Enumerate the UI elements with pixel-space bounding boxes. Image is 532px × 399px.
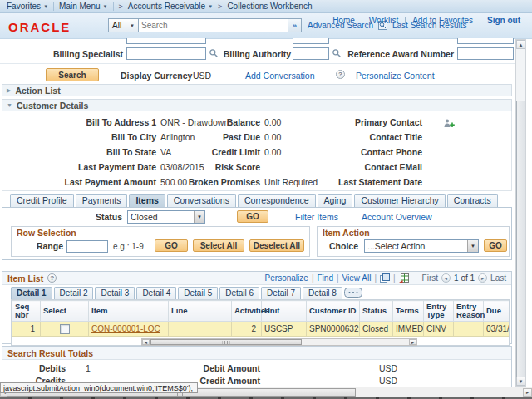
page-vertical-scrollbar[interactable]: ▲ ▼ [515,39,526,387]
field-value: 0.00 [264,132,281,142]
download-spreadsheet-icon[interactable] [399,273,409,283]
scroll-down-icon[interactable]: ▼ [516,377,525,386]
clipped-input[interactable] [293,38,329,44]
scrollbar-thumb[interactable] [516,101,525,377]
filter-items-link[interactable]: Filter Items [295,212,338,222]
detail-tab-1[interactable]: Detail 1 [11,287,52,299]
help-icon[interactable]: ? [47,273,57,283]
billing-specialist-input[interactable] [126,47,206,60]
col-header-entry-reason[interactable]: Entry Reason [454,301,484,322]
col-header-terms[interactable]: Terms [393,301,424,322]
show-all-columns-icon[interactable] [344,288,362,298]
breadcrumb-main-menu[interactable]: Main Menu ▼ [59,2,107,11]
tab-credit-profile[interactable]: Credit Profile [10,194,74,207]
action-list-section[interactable]: ▶ Action List [2,84,512,96]
status-go-button[interactable]: GO [237,210,268,223]
sign-out-link[interactable]: Sign out [487,16,520,25]
scroll-up-icon[interactable]: ▲ [516,40,525,49]
col-header-due[interactable]: Due [484,301,510,322]
oracle-logo: ORACLE [8,20,71,34]
add-to-favorites-link[interactable]: Add to Favorites [412,16,473,25]
col-header-item[interactable]: Item [89,301,169,322]
previous-row-icon[interactable]: ◄ [441,273,451,283]
detail-tab-6[interactable]: Detail 6 [219,287,259,299]
personalize-content-link[interactable]: Personalize Content [356,71,435,81]
grid-horizontal-scrollbar[interactable]: ◄ ► [141,338,417,346]
breadcrumb-accounts-receivable[interactable]: Accounts Receivable ▼ [128,2,213,11]
cell-line [169,322,232,337]
col-header-activities[interactable]: Activities [232,301,262,322]
account-overview-link[interactable]: Account Overview [362,212,432,222]
col-header-customer-id[interactable]: Customer ID [307,301,360,322]
col-header-line[interactable]: Line [169,301,232,322]
breadcrumb-chevron-icon: > [119,2,123,11]
primary-contact-icon[interactable] [443,118,455,129]
detail-tab-2[interactable]: Detail 2 [54,287,94,299]
col-header-status[interactable]: Status [360,301,393,322]
select-all-button[interactable]: Select All [193,239,244,252]
tab-correspondence[interactable]: Correspondence [238,194,316,207]
reference-award-input[interactable] [457,47,514,60]
range-go-button[interactable]: GO [155,239,188,252]
col-header-entry-type[interactable]: Entry Type [424,301,454,322]
detail-tab-8[interactable]: Detail 8 [303,287,342,299]
billing-authority-input[interactable] [293,47,329,60]
search-input[interactable] [139,18,288,32]
clipped-input[interactable] [126,38,206,44]
item-action-select[interactable]: ...Select Action ▼ [364,239,479,253]
help-icon[interactable]: ? [336,70,345,79]
clipped-input[interactable] [457,38,514,44]
item-action-groupbox: Item Action Choice ...Select Action ▼ GO [317,226,510,257]
scroll-right-icon[interactable]: ► [409,339,416,345]
zoom-grid-icon[interactable] [380,273,390,283]
home-link[interactable]: Home [332,16,355,25]
detail-tab-5[interactable]: Detail 5 [178,287,218,299]
range-input[interactable] [66,240,108,253]
search-go-button[interactable]: » [288,18,302,32]
detail-tab-4[interactable]: Detail 4 [136,287,176,299]
tab-customer-hierarchy[interactable]: Customer Hierarchy [354,194,445,207]
item-action-go-button[interactable]: GO [484,239,507,252]
customer-details-grid: Bill To Address 1 ONR - Drawdown Balance… [2,111,512,191]
tab-payments[interactable]: Payments [76,194,128,207]
customer-details-section[interactable]: ▼ Customer Details [2,99,512,111]
row-select-checkbox[interactable] [60,324,70,334]
personalize-link[interactable]: Personalize [265,273,308,283]
breadcrumb-label: Favorites [7,2,41,11]
tab-aging[interactable]: Aging [318,194,353,207]
worklist-link[interactable]: Worklist [369,16,398,25]
tab-conversations[interactable]: Conversations [167,194,236,207]
col-header-unit[interactable]: Unit [262,301,307,322]
field-label: Last Statement Date [327,177,422,187]
tab-contracts[interactable]: Contracts [447,194,498,207]
field-value: Unit Required [264,177,318,187]
debit-amount-label: Debit Amount [144,363,260,373]
customer-details-title: Customer Details [17,101,88,111]
totals-title: Search Result Totals [7,348,93,358]
col-header-seq-nbr[interactable]: Seq Nbr [12,301,41,322]
grid-toolbar: Personalize | Find | View All | | [265,273,506,283]
view-all-link[interactable]: View All [342,273,372,283]
next-row-icon[interactable]: ► [478,273,487,283]
scroll-right-icon[interactable]: ► [523,388,532,397]
tab-items[interactable]: Items [129,194,165,207]
detail-tab-3[interactable]: Detail 3 [95,287,135,299]
collapse-arrow-icon[interactable]: ▼ [7,102,12,108]
lookup-icon[interactable] [332,48,342,58]
search-scope-dropdown[interactable]: All ▼ [108,18,139,32]
detail-tab-7[interactable]: Detail 7 [261,287,301,299]
first-label[interactable]: First [422,273,438,283]
scrollbar-thumb[interactable] [150,339,302,345]
col-header-select[interactable]: Select [41,301,89,322]
find-link[interactable]: Find [317,273,332,283]
add-conversation-link[interactable]: Add Conversation [245,71,314,81]
range-hint: e.g.: 1-9 [113,242,144,251]
last-label[interactable]: Last [490,273,506,283]
breadcrumb-favorites[interactable]: Favorites ▼ [7,2,48,11]
expand-arrow-icon[interactable]: ▶ [7,87,11,94]
item-link[interactable]: CON-000001-LOC [91,324,160,333]
scroll-left-icon[interactable]: ◄ [142,339,150,345]
search-button[interactable]: Search [46,68,99,81]
deselect-all-button[interactable]: Deselect All [249,239,304,252]
status-select[interactable]: Closed ▼ [127,210,205,224]
